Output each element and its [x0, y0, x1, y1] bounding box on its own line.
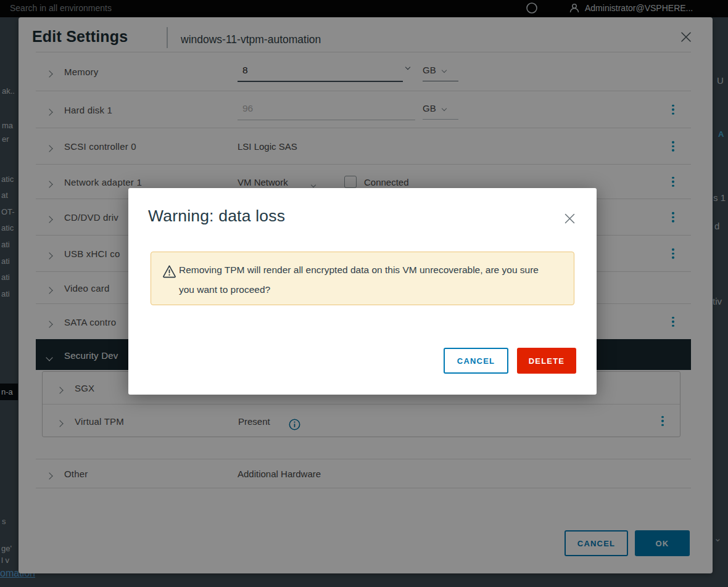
warning-alert-box: Removing TPM will render all encrypted d…: [151, 252, 574, 305]
warning-message: Removing TPM will render all encrypted d…: [179, 260, 552, 300]
warning-triangle-icon: [162, 265, 176, 281]
modal-close-icon[interactable]: [560, 209, 579, 228]
modal-delete-button[interactable]: DELETE: [517, 348, 576, 374]
screen: ak.. ma er atic at OT- atic ati ati ati …: [0, 0, 728, 587]
warning-modal: Warning: data loss Removing TPM will ren…: [128, 188, 597, 395]
modal-title: Warning: data loss: [148, 207, 285, 226]
modal-cancel-button[interactable]: CANCEL: [444, 348, 508, 374]
